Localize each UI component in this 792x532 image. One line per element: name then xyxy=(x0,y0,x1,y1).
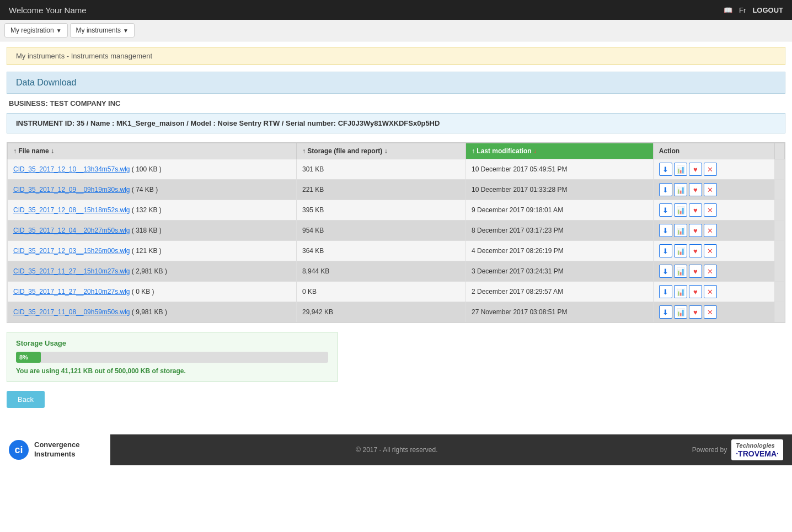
heart-icon[interactable]: ♥ xyxy=(689,265,702,278)
heart-icon[interactable]: ♥ xyxy=(689,183,702,196)
file-link[interactable]: CID_35_2017_11_27__20h10m27s.wlg xyxy=(13,288,130,295)
heart-icon[interactable]: ♥ xyxy=(689,163,702,176)
delete-icon[interactable]: ✕ xyxy=(704,183,717,196)
file-size: ( 2,981 KB ) xyxy=(132,267,167,275)
download-icon[interactable]: ⬇ xyxy=(659,224,672,237)
chart-icon[interactable]: 📊 xyxy=(674,224,687,237)
scroll-cell xyxy=(775,200,785,221)
table-row: CID_35_2017_12_09__09h19m30s.wlg ( 74 KB… xyxy=(8,180,785,200)
my-instruments-button[interactable]: My instruments ▼ xyxy=(70,23,135,37)
delete-icon[interactable]: ✕ xyxy=(704,224,717,237)
table-row: CID_35_2017_12_04__20h27m50s.wlg ( 318 K… xyxy=(8,221,785,241)
chart-icon[interactable]: 📊 xyxy=(674,305,687,319)
cell-actions: ⬇ 📊 ♥ ✕ xyxy=(653,180,774,200)
table-row: CID_35_2017_11_27__15h10m27s.wlg ( 2,981… xyxy=(8,261,785,282)
cell-filename: CID_35_2017_12_04__20h27m50s.wlg ( 318 K… xyxy=(8,221,297,241)
cell-filename: CID_35_2017_12_10__13h34m57s.wlg ( 100 K… xyxy=(8,159,297,180)
cell-actions: ⬇ 📊 ♥ ✕ xyxy=(653,302,774,323)
download-icon[interactable]: ⬇ xyxy=(659,203,672,217)
chart-icon[interactable]: 📊 xyxy=(674,285,687,298)
cell-filename: CID_35_2017_11_27__15h10m27s.wlg ( 2,981… xyxy=(8,261,297,282)
heart-icon[interactable]: ♥ xyxy=(689,285,702,298)
my-registration-button[interactable]: My registration ▼ xyxy=(4,23,68,37)
cell-filename: CID_35_2017_12_08__15h18m52s.wlg ( 132 K… xyxy=(8,200,297,221)
cell-storage: 954 KB xyxy=(297,221,466,241)
progress-bar-outer: 8% xyxy=(16,352,328,363)
file-link[interactable]: CID_35_2017_12_09__09h19m30s.wlg xyxy=(13,186,130,194)
delete-icon[interactable]: ✕ xyxy=(704,265,717,278)
scroll-cell xyxy=(775,180,785,200)
storage-box: Storage Usage 8% You are using 41,121 KB… xyxy=(7,332,338,382)
file-size: ( 100 KB ) xyxy=(132,165,162,173)
powered-by-label: Powered by xyxy=(692,446,727,454)
cell-storage: 8,944 KB xyxy=(297,261,466,282)
file-link[interactable]: CID_35_2017_11_08__09h59m50s.wlg xyxy=(13,308,130,316)
cell-actions: ⬇ 📊 ♥ ✕ xyxy=(653,159,774,180)
heart-icon[interactable]: ♥ xyxy=(689,203,702,217)
sort-down-storage: ↓ xyxy=(384,147,388,155)
header-right: 📖 Fr LOGOUT xyxy=(724,6,783,14)
col-storage[interactable]: ↑ Storage (file and report) ↓ xyxy=(297,143,466,159)
cell-date: 3 December 2017 03:24:31 PM xyxy=(466,261,654,282)
cell-storage: 0 KB xyxy=(297,282,466,302)
table-row: CID_35_2017_11_08__09h59m50s.wlg ( 9,981… xyxy=(8,302,785,323)
file-size: ( 9,981 KB ) xyxy=(132,308,167,316)
data-table-wrapper: ↑ File name ↓ ↑ Storage (file and report… xyxy=(7,142,785,323)
delete-icon[interactable]: ✕ xyxy=(704,163,717,176)
section-header: Data Download xyxy=(7,72,785,94)
download-icon[interactable]: ⬇ xyxy=(659,163,672,176)
file-link[interactable]: CID_35_2017_12_03__15h26m00s.wlg xyxy=(13,247,130,255)
heart-icon[interactable]: ♥ xyxy=(689,224,702,237)
delete-icon[interactable]: ✕ xyxy=(704,285,717,298)
chart-icon[interactable]: 📊 xyxy=(674,203,687,217)
col-action: Action xyxy=(653,143,774,159)
file-link[interactable]: CID_35_2017_12_08__15h18m52s.wlg xyxy=(13,206,130,214)
scroll-cell xyxy=(775,241,785,261)
section-title: Data Download xyxy=(16,78,76,87)
download-icon[interactable]: ⬇ xyxy=(659,183,672,196)
scroll-cell xyxy=(775,282,785,302)
sort-up-lastmod: ↑ xyxy=(472,147,475,155)
delete-icon[interactable]: ✕ xyxy=(704,203,717,217)
heart-icon[interactable]: ♥ xyxy=(689,305,702,319)
cell-date: 10 December 2017 01:33:28 PM xyxy=(466,180,654,200)
delete-icon[interactable]: ✕ xyxy=(704,305,717,319)
download-icon[interactable]: ⬇ xyxy=(659,265,672,278)
download-icon[interactable]: ⬇ xyxy=(659,244,672,257)
trovema-logo: Technologies ·TROVEMA· xyxy=(731,439,783,460)
chart-icon[interactable]: 📊 xyxy=(674,265,687,278)
download-icon[interactable]: ⬇ xyxy=(659,305,672,319)
scroll-cell xyxy=(775,261,785,282)
cell-actions: ⬇ 📊 ♥ ✕ xyxy=(653,221,774,241)
cell-storage: 221 KB xyxy=(297,180,466,200)
delete-icon[interactable]: ✕ xyxy=(704,244,717,257)
file-link[interactable]: CID_35_2017_11_27__15h10m27s.wlg xyxy=(13,267,130,275)
storage-title: Storage Usage xyxy=(16,339,328,347)
cell-storage: 29,942 KB xyxy=(297,302,466,323)
footer: ci ConvergenceInstruments © 2017 - All r… xyxy=(0,434,792,465)
col-filename[interactable]: ↑ File name ↓ xyxy=(8,143,297,159)
file-link[interactable]: CID_35_2017_12_04__20h27m50s.wlg xyxy=(13,227,130,234)
main-content: Data Download BUSINESS: TEST COMPANY INC… xyxy=(0,65,792,423)
lang-label[interactable]: Fr xyxy=(739,6,746,14)
chart-icon[interactable]: 📊 xyxy=(674,183,687,196)
col-last-modification[interactable]: ↑ Last modification ↓ xyxy=(466,143,654,159)
back-button[interactable]: Back xyxy=(7,391,45,408)
cell-date: 2 December 2017 08:29:57 AM xyxy=(466,282,654,302)
sort-down-lastmod: ↓ xyxy=(533,147,537,155)
sort-up-filename: ↑ xyxy=(13,147,17,155)
instrument-panel: INSTRUMENT ID: 35 / Name : MK1_Serge_mai… xyxy=(7,113,785,133)
cell-storage: 301 KB xyxy=(297,159,466,180)
scroll-cell xyxy=(775,302,785,323)
download-icon[interactable]: ⬇ xyxy=(659,285,672,298)
chart-icon[interactable]: 📊 xyxy=(674,163,687,176)
file-link[interactable]: CID_35_2017_12_10__13h34m57s.wlg xyxy=(13,165,130,173)
cell-date: 9 December 2017 09:18:01 AM xyxy=(466,200,654,221)
data-table: ↑ File name ↓ ↑ Storage (file and report… xyxy=(7,143,785,323)
cell-actions: ⬇ 📊 ♥ ✕ xyxy=(653,282,774,302)
chart-icon[interactable]: 📊 xyxy=(674,244,687,257)
heart-icon[interactable]: ♥ xyxy=(689,244,702,257)
logout-link[interactable]: LOGOUT xyxy=(752,6,783,14)
cell-date: 27 November 2017 03:08:51 PM xyxy=(466,302,654,323)
table-row: CID_35_2017_12_10__13h34m57s.wlg ( 100 K… xyxy=(8,159,785,180)
